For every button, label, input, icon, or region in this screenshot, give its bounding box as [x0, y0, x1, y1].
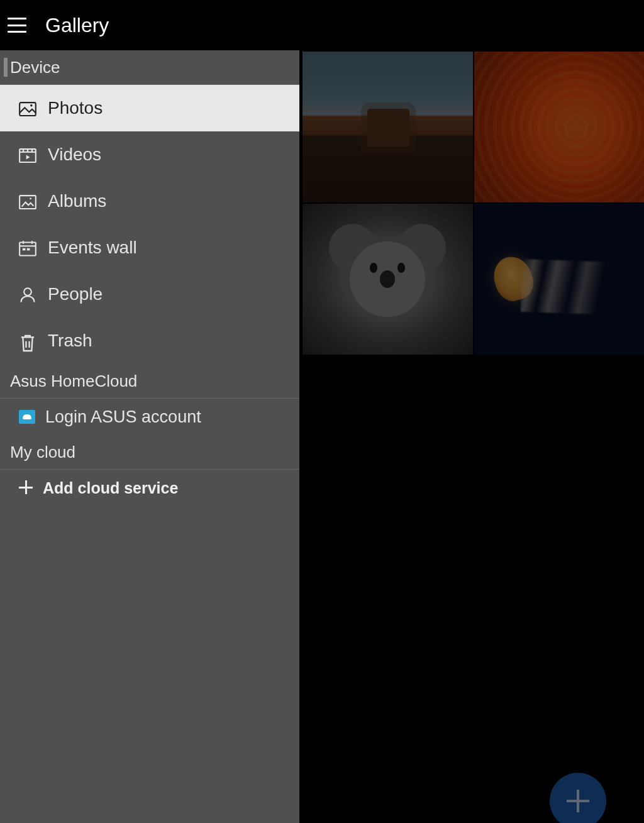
- section-label: Asus HomeCloud: [10, 372, 137, 391]
- section-header-mycloud: My cloud: [0, 435, 299, 470]
- svg-point-16: [24, 288, 31, 296]
- cloud-icon: [19, 410, 35, 424]
- photo-thumbnail[interactable]: [474, 204, 645, 355]
- login-label: Login ASUS account: [45, 407, 201, 427]
- app-title: Gallery: [45, 14, 109, 37]
- svg-point-9: [30, 197, 31, 199]
- svg-rect-8: [19, 196, 36, 209]
- nav-label: People: [48, 284, 103, 304]
- navigation-drawer: Device Photos Videos Albums Events wall: [0, 50, 299, 823]
- nav-item-trash[interactable]: Trash: [0, 318, 299, 364]
- people-icon: [19, 287, 36, 302]
- photo-grid: [303, 52, 644, 355]
- photos-icon: [19, 101, 36, 116]
- nav-label: Videos: [48, 145, 101, 165]
- albums-icon: [19, 194, 36, 209]
- events-wall-icon: [19, 240, 36, 255]
- photo-thumbnail[interactable]: [303, 204, 473, 355]
- section-label: My cloud: [10, 443, 75, 462]
- svg-point-1: [30, 104, 32, 106]
- add-cloud-service[interactable]: Add cloud service: [0, 470, 299, 506]
- add-cloud-label: Add cloud service: [43, 479, 178, 497]
- nav-item-videos[interactable]: Videos: [0, 131, 299, 178]
- nav-item-albums[interactable]: Albums: [0, 178, 299, 224]
- login-asus-account[interactable]: Login ASUS account: [0, 399, 299, 435]
- videos-icon: [19, 147, 36, 162]
- plus-icon: [19, 480, 34, 495]
- content-area: Device Photos Videos Albums Events wall: [0, 50, 644, 823]
- nav-item-photos[interactable]: Photos: [0, 85, 299, 131]
- nav-label: Trash: [48, 331, 92, 351]
- photo-thumbnail[interactable]: [303, 52, 473, 202]
- svg-rect-15: [27, 248, 30, 250]
- add-fab[interactable]: [550, 773, 606, 823]
- section-label: Device: [10, 58, 60, 77]
- nav-label: Photos: [48, 98, 103, 118]
- svg-rect-14: [23, 248, 26, 250]
- hamburger-icon[interactable]: [8, 18, 26, 33]
- app-header: Gallery: [0, 0, 644, 50]
- section-header-device: Device: [0, 50, 299, 85]
- nav-label: Albums: [48, 191, 106, 211]
- nav-item-events-wall[interactable]: Events wall: [0, 224, 299, 271]
- svg-rect-0: [19, 102, 36, 116]
- svg-marker-7: [26, 155, 30, 159]
- nav-label: Events wall: [48, 238, 137, 258]
- photo-thumbnail[interactable]: [474, 52, 645, 202]
- trash-icon: [19, 333, 36, 348]
- nav-item-people[interactable]: People: [0, 271, 299, 318]
- section-header-homecloud: Asus HomeCloud: [0, 364, 299, 399]
